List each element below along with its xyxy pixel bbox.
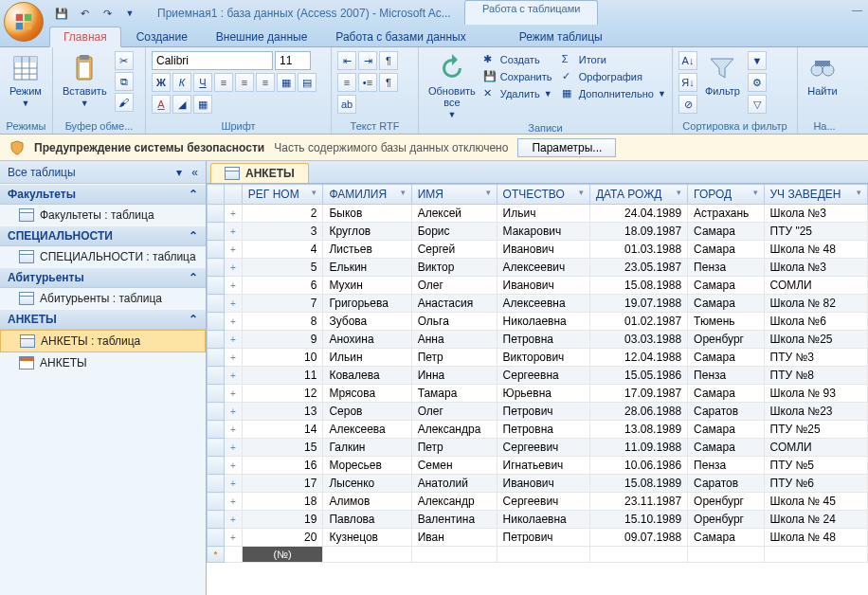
cell[interactable]: Сергей bbox=[411, 241, 497, 259]
cell[interactable]: 01.03.1988 bbox=[589, 241, 687, 259]
expand-icon[interactable]: + bbox=[225, 439, 243, 457]
cell[interactable]: 23.05.1987 bbox=[589, 259, 687, 277]
align-left-icon[interactable]: ≡ bbox=[214, 73, 233, 92]
cell[interactable]: Оренбург bbox=[688, 493, 764, 511]
cell[interactable]: ПТУ №6 bbox=[764, 475, 868, 493]
cell[interactable]: Викторович bbox=[497, 349, 589, 367]
cell[interactable]: Алексеевич bbox=[497, 259, 589, 277]
dropdown-arrow-icon[interactable]: ▾ bbox=[753, 188, 758, 197]
increase-indent-icon[interactable]: ⇥ bbox=[358, 51, 377, 70]
table-row[interactable]: +12МрясоваТамараЮрьевна17.09.1987СамараШ… bbox=[208, 385, 868, 403]
cell[interactable]: Елькин bbox=[323, 259, 411, 277]
numbered-list-icon[interactable]: ≡ bbox=[337, 73, 356, 92]
table-row[interactable]: +2БыковАлексейИльич24.04.1989АстраханьШк… bbox=[208, 205, 868, 223]
cell[interactable]: Алексеевна bbox=[497, 295, 589, 313]
cell[interactable]: 18 bbox=[242, 493, 323, 511]
format-painter-icon[interactable]: 🖌 bbox=[115, 93, 134, 112]
cell[interactable]: Семен bbox=[411, 457, 497, 475]
cell[interactable]: Листьев bbox=[323, 241, 411, 259]
cell[interactable]: Юрьевна bbox=[497, 385, 589, 403]
cell[interactable]: Быков bbox=[323, 205, 411, 223]
cell[interactable]: 20 bbox=[242, 529, 323, 547]
cell[interactable]: Инна bbox=[411, 367, 497, 385]
save-icon[interactable]: 💾 bbox=[53, 5, 70, 22]
expand-icon[interactable]: + bbox=[225, 259, 243, 277]
view-button[interactable]: Режим ▼ bbox=[6, 51, 45, 110]
nav-group-header[interactable]: Абитурьенты⌃ bbox=[0, 267, 206, 288]
totals-button[interactable]: ΣИтоги bbox=[562, 53, 666, 66]
dropdown-arrow-icon[interactable]: ▾ bbox=[312, 188, 316, 197]
selection-filter-icon[interactable]: ▼ bbox=[748, 51, 767, 70]
expand-icon[interactable]: + bbox=[225, 475, 243, 493]
font-color-button[interactable]: А bbox=[152, 95, 171, 114]
cell[interactable]: Петровна bbox=[497, 331, 589, 349]
minimize-icon[interactable]: — bbox=[852, 4, 862, 15]
cell[interactable]: СОМЛИ bbox=[764, 439, 868, 457]
nav-item[interactable]: Факультеты : таблица bbox=[0, 205, 206, 225]
cell[interactable]: Ильич bbox=[497, 205, 589, 223]
expand-icon[interactable]: + bbox=[225, 331, 243, 349]
cell[interactable]: Сергеевна bbox=[497, 367, 589, 385]
cell[interactable]: Валентина bbox=[411, 511, 497, 529]
cell[interactable]: Оренбург bbox=[688, 331, 764, 349]
table-row[interactable]: +11КовалеваИннаСергеевна15.05.1986ПензаП… bbox=[208, 367, 868, 385]
table-row[interactable]: +15ГалкинПетрСергеевич11.09.1988СамараСО… bbox=[208, 439, 868, 457]
row-selector[interactable] bbox=[208, 439, 225, 457]
cell[interactable]: Анохина bbox=[323, 331, 411, 349]
cell[interactable]: 01.02.1987 bbox=[589, 313, 687, 331]
table-row[interactable]: +17ЛысенкоАнатолийИванович15.08.1989Сара… bbox=[208, 475, 868, 493]
row-selector[interactable] bbox=[208, 349, 225, 367]
delete-record-button[interactable]: ✕Удалить▼ bbox=[483, 87, 552, 100]
cell[interactable]: Школа № 93 bbox=[764, 385, 868, 403]
cell[interactable]: Григорьева bbox=[323, 295, 411, 313]
cell[interactable]: Анатолий bbox=[411, 475, 497, 493]
expand-icon[interactable]: + bbox=[225, 295, 243, 313]
cell[interactable]: Петровна bbox=[497, 421, 589, 439]
expand-icon[interactable]: + bbox=[225, 367, 243, 385]
new-record-button[interactable]: ✱Создать bbox=[483, 53, 552, 66]
cell[interactable]: Галкин bbox=[323, 439, 411, 457]
row-selector[interactable] bbox=[208, 241, 225, 259]
cell[interactable]: Иван bbox=[411, 529, 497, 547]
qat-dropdown-icon[interactable]: ▼ bbox=[121, 5, 138, 22]
nav-group-header[interactable]: СПЕЦИАЛЬНОСТИ⌃ bbox=[0, 225, 206, 246]
tab-table-mode[interactable]: Режим таблицы bbox=[506, 27, 616, 46]
row-selector[interactable] bbox=[208, 313, 225, 331]
cell[interactable]: Самара bbox=[688, 277, 764, 295]
ltr-icon[interactable]: ¶ bbox=[379, 51, 398, 70]
row-selector[interactable] bbox=[208, 511, 225, 529]
table-row[interactable]: +4ЛистьевСергейИванович01.03.1988СамараШ… bbox=[208, 241, 868, 259]
decrease-indent-icon[interactable]: ⇤ bbox=[337, 51, 356, 70]
row-selector[interactable] bbox=[208, 331, 225, 349]
expand-icon[interactable]: + bbox=[225, 403, 243, 421]
cell[interactable]: Александр bbox=[411, 493, 497, 511]
cell[interactable]: 19.07.1988 bbox=[589, 295, 687, 313]
find-button[interactable]: Найти bbox=[804, 51, 841, 99]
cell[interactable]: 17.09.1987 bbox=[589, 385, 687, 403]
cell[interactable]: Кузнецов bbox=[323, 529, 411, 547]
cell[interactable]: Ковалева bbox=[323, 367, 411, 385]
table-row[interactable]: +9АнохинаАннаПетровна03.03.1988ОренбургШ… bbox=[208, 331, 868, 349]
cell[interactable]: 12 bbox=[242, 385, 323, 403]
cell[interactable]: Самара bbox=[688, 529, 764, 547]
dropdown-arrow-icon[interactable]: ▾ bbox=[401, 188, 406, 197]
advanced-filter-icon[interactable]: ⚙ bbox=[748, 73, 767, 92]
underline-button[interactable]: Ч bbox=[193, 73, 212, 92]
object-tab-ankety[interactable]: АНКЕТЫ bbox=[210, 163, 309, 183]
cell[interactable]: Школа №23 bbox=[764, 403, 868, 421]
cell[interactable]: Петрович bbox=[497, 403, 589, 421]
cell[interactable]: 24.04.1989 bbox=[589, 205, 687, 223]
nav-pane-header[interactable]: Все таблицы ▾ « bbox=[0, 161, 206, 184]
rtl-icon[interactable]: ¶ bbox=[379, 73, 398, 92]
dropdown-arrow-icon[interactable]: ▾ bbox=[579, 188, 584, 197]
cell[interactable]: 14 bbox=[242, 421, 323, 439]
nav-item[interactable]: АНКЕТЫ bbox=[0, 352, 206, 373]
cell[interactable]: 5 bbox=[242, 259, 323, 277]
cell[interactable]: Школа №3 bbox=[764, 205, 868, 223]
cell[interactable]: Павлова bbox=[323, 511, 411, 529]
column-header[interactable]: УЧ ЗАВЕДЕН▾ bbox=[764, 185, 868, 205]
font-name-combo[interactable] bbox=[152, 51, 273, 70]
cell[interactable]: Оренбург bbox=[688, 511, 764, 529]
expand-icon[interactable]: + bbox=[225, 349, 243, 367]
cell[interactable]: 23.11.1987 bbox=[589, 493, 687, 511]
